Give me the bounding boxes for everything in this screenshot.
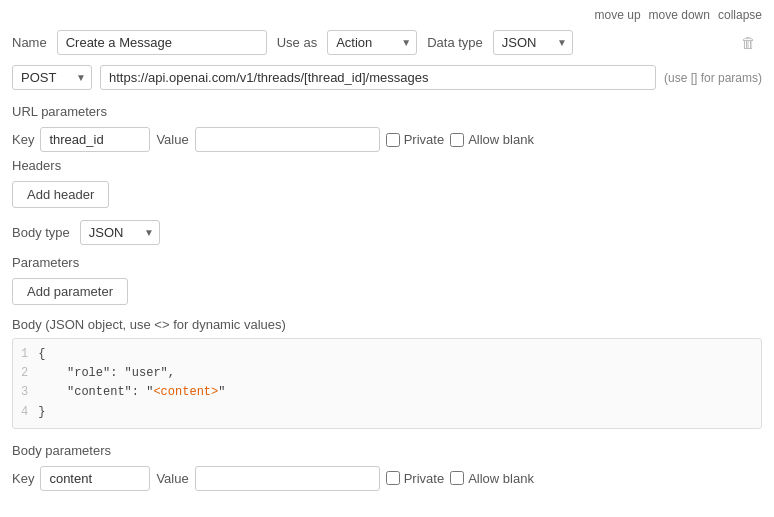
body-value-label: Value	[156, 471, 188, 486]
url-key-input[interactable]	[40, 127, 150, 152]
body-private-label: Private	[386, 471, 444, 486]
url-value-input[interactable]	[195, 127, 380, 152]
body-value-input[interactable]	[195, 466, 380, 491]
code-line-4: }	[38, 403, 225, 422]
name-input[interactable]	[57, 30, 267, 55]
url-key-label: Key	[12, 132, 34, 147]
data-type-label: Data type	[427, 35, 483, 50]
code-line-3: "content": "<content>"	[38, 383, 225, 402]
body-code-block[interactable]: 1 2 3 4 { "role": "user", "content": "<c…	[12, 338, 762, 429]
url-value-label: Value	[156, 132, 188, 147]
code-content: { "role": "user", "content": "<content>"…	[38, 345, 225, 422]
body-key-label: Key	[12, 471, 34, 486]
move-down-link[interactable]: move down	[649, 8, 710, 22]
code-line-1: {	[38, 345, 225, 364]
url-allow-blank-checkbox[interactable]	[450, 133, 464, 147]
data-type-select[interactable]: JSON Text	[493, 30, 573, 55]
use-as-label: Use as	[277, 35, 317, 50]
delete-icon[interactable]: 🗑	[735, 32, 762, 53]
body-type-select[interactable]: JSON Form Data XML None	[80, 220, 160, 245]
use-as-select[interactable]: Action Trigger	[327, 30, 417, 55]
name-label: Name	[12, 35, 47, 50]
url-private-checkbox[interactable]	[386, 133, 400, 147]
body-label: Body (JSON object, use <> for dynamic va…	[12, 317, 762, 332]
body-type-label: Body type	[12, 225, 70, 240]
url-input[interactable]	[100, 65, 656, 90]
url-allow-blank-label: Allow blank	[450, 132, 534, 147]
method-select[interactable]: POST GET PUT DELETE PATCH	[12, 65, 92, 90]
move-up-link[interactable]: move up	[595, 8, 641, 22]
body-allow-blank-label: Allow blank	[450, 471, 534, 486]
body-private-checkbox[interactable]	[386, 471, 400, 485]
collapse-link[interactable]: collapse	[718, 8, 762, 22]
url-hint: (use [] for params)	[664, 71, 762, 85]
body-key-input[interactable]	[40, 466, 150, 491]
body-params-title: Body parameters	[12, 443, 762, 458]
url-private-label: Private	[386, 132, 444, 147]
parameters-title: Parameters	[12, 255, 762, 270]
line-numbers: 1 2 3 4	[21, 345, 28, 422]
body-allow-blank-checkbox[interactable]	[450, 471, 464, 485]
url-params-title: URL parameters	[12, 104, 762, 119]
code-line-2: "role": "user",	[38, 364, 225, 383]
add-parameter-button[interactable]: Add parameter	[12, 278, 128, 305]
headers-title: Headers	[12, 158, 762, 173]
add-header-button[interactable]: Add header	[12, 181, 109, 208]
